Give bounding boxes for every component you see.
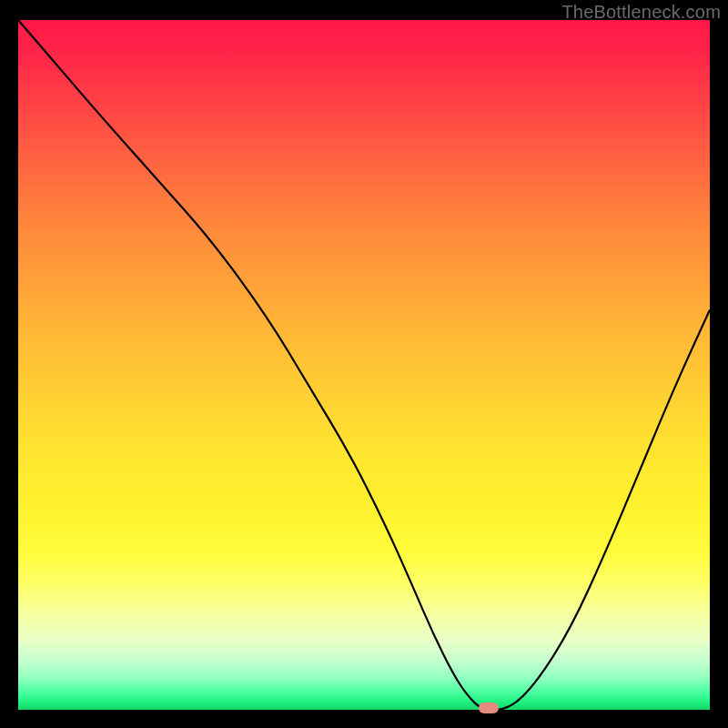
plot-area — [18, 20, 710, 710]
chart-frame: TheBottleneck.com — [0, 0, 728, 728]
bottleneck-curve — [18, 20, 710, 710]
curve-path — [18, 20, 710, 710]
optimal-marker — [479, 703, 499, 713]
watermark-text: TheBottleneck.com — [561, 2, 721, 23]
